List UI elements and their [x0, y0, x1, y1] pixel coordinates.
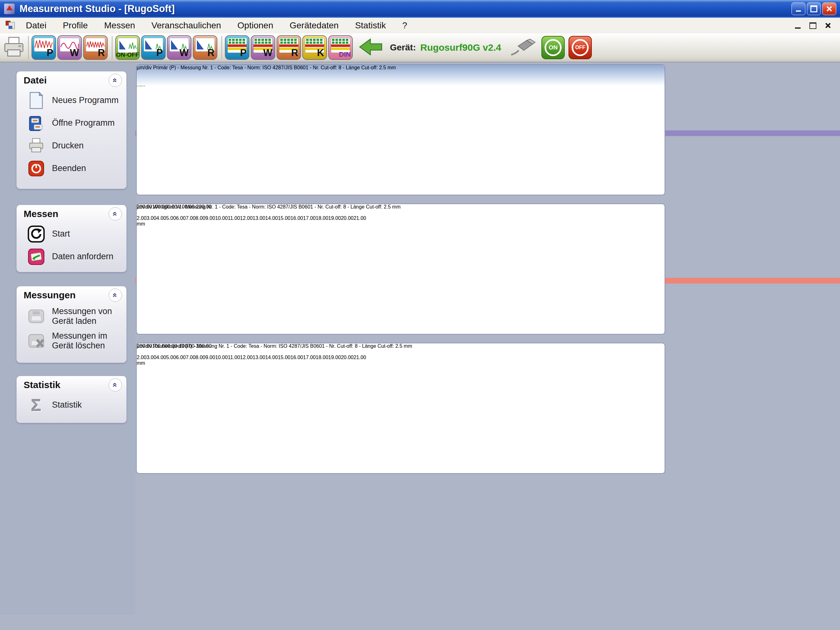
- collapse-chevron-icon[interactable]: «: [109, 289, 122, 302]
- chart-header: µm/div Welligkeit W - Messung Nr. 1 - Co…: [137, 204, 665, 225]
- distribution-w-button[interactable]: W: [167, 35, 191, 60]
- off-label: OFF: [572, 39, 589, 56]
- profile-p-button[interactable]: P: [32, 35, 56, 60]
- sidebar-section-messen: Messen« Start Daten anfordern: [16, 205, 126, 272]
- sidebar-item-messungen-loeschen[interactable]: Messungen im Gerät löschen: [17, 328, 126, 353]
- sidebar-item-daten-anfordern[interactable]: Daten anfordern: [17, 245, 126, 268]
- onoff-button[interactable]: ON-OFF: [115, 35, 140, 60]
- close-button[interactable]: [823, 3, 836, 15]
- button-letter: ON-OFF: [116, 51, 139, 58]
- title-bar[interactable]: Measurement Studio - [RugoSoft]: [0, 0, 840, 17]
- sidebar-item-start[interactable]: Start: [17, 223, 126, 245]
- app-icon: [4, 3, 15, 14]
- menu-help[interactable]: ?: [402, 21, 407, 30]
- button-letter: W: [263, 47, 272, 58]
- usb-connector-icon: [509, 36, 538, 58]
- mdi-restore-button[interactable]: [806, 19, 820, 32]
- chart-title: Welligkeit W - Messung Nr. 1 - Code: Tes…: [153, 204, 401, 210]
- sidebar-item-oeffne-programm[interactable]: Öffne Programm: [17, 112, 126, 134]
- y-axis-unit-label: µm/div: [137, 343, 152, 349]
- distribution-p-button[interactable]: P: [141, 35, 166, 60]
- chart-header: µm/div Rauheitsprofil (R) - Messung Nr. …: [137, 343, 665, 364]
- button-letter: W: [70, 47, 79, 58]
- chart-panel-primaer: µm/div Primär (P) - Messung Nr. 1 - Code…: [136, 64, 665, 195]
- table-w-button[interactable]: W: [251, 35, 275, 60]
- collapse-chevron-icon[interactable]: «: [109, 378, 122, 392]
- menu-geraetedaten[interactable]: Gerätedaten: [289, 21, 339, 30]
- sidebar-item-label: Drucken: [52, 141, 84, 151]
- mdi-document-icon: [6, 21, 15, 30]
- device-label: Gerät:: [390, 43, 416, 53]
- toolbar: P W R ON-OFF P W R P W R K DIN Gerät: Ru…: [0, 33, 840, 62]
- toolbar-separator: [112, 36, 112, 59]
- device-on-button[interactable]: ON: [542, 36, 565, 59]
- sidebar-item-label: Messungen von Gerät laden: [52, 306, 118, 326]
- y-axis-unit-label: µm/div: [137, 65, 152, 70]
- menu-veranschaulichen[interactable]: Veranschaulichen: [152, 21, 221, 30]
- collapse-chevron-icon[interactable]: «: [109, 74, 122, 87]
- toolbar-separator: [28, 36, 28, 59]
- profile-w-button[interactable]: W: [57, 35, 82, 60]
- sidebar-item-statistik[interactable]: Σ Statistik: [17, 394, 126, 417]
- section-title: Statistik: [24, 380, 60, 390]
- section-title: Messen: [24, 208, 58, 219]
- chart-panel-rauheitsprofil: µm/div Rauheitsprofil (R) - Messung Nr. …: [136, 343, 665, 474]
- sidebar-item-label: Beenden: [52, 164, 86, 173]
- sidebar-item-messungen-laden[interactable]: Messungen von Gerät laden: [17, 304, 126, 328]
- delete-measurements-icon: [27, 332, 45, 350]
- menu-profile[interactable]: Profile: [63, 21, 88, 30]
- menu-bar: Datei Profile Messen Veranschaulichen Op…: [0, 17, 840, 34]
- menu-messen[interactable]: Messen: [104, 21, 135, 30]
- table-k-button[interactable]: K: [302, 35, 327, 60]
- table-p-button[interactable]: P: [225, 35, 249, 60]
- sidebar-item-label: Daten anfordern: [52, 252, 114, 261]
- menu-optionen[interactable]: Optionen: [237, 21, 273, 30]
- profile-r-button[interactable]: R: [83, 35, 108, 60]
- device-name: Rugosurf90G v2.4: [420, 42, 501, 53]
- button-letter: P: [47, 47, 53, 58]
- open-program-icon: [27, 114, 45, 132]
- button-letter: P: [240, 47, 246, 58]
- sigma-icon: Σ: [27, 396, 45, 414]
- button-letter: R: [208, 47, 215, 58]
- mdi-close-button[interactable]: [821, 19, 835, 32]
- sidebar-section-messungen: Messungen« Messungen von Gerät laden Mes…: [16, 286, 126, 363]
- sidebar-item-label: Neues Programm: [52, 95, 119, 105]
- sidebar-item-label: Statistik: [52, 400, 82, 410]
- sidebar-item-label: Start: [52, 229, 70, 239]
- distribution-r-button[interactable]: R: [193, 35, 217, 60]
- table-din-button[interactable]: DIN: [328, 35, 353, 60]
- menu-datei[interactable]: Datei: [26, 21, 46, 30]
- application-window: Measurement Studio - [RugoSoft] Datei Pr…: [0, 0, 840, 630]
- chart-title: Rauheitsprofil (R) - Messung Nr. 1 - Cod…: [153, 343, 412, 349]
- toolbar-separator: [221, 36, 222, 59]
- mdi-minimize-button[interactable]: [791, 19, 805, 32]
- button-letter: W: [180, 47, 189, 58]
- menu-statistik[interactable]: Statistik: [355, 21, 386, 30]
- table-r-button[interactable]: R: [276, 35, 301, 60]
- chart-panel-welligkeit: µm/div Welligkeit W - Messung Nr. 1 - Co…: [136, 204, 665, 335]
- button-letter: K: [317, 47, 324, 58]
- button-letter: DIN: [339, 51, 351, 58]
- new-document-icon: [27, 92, 45, 109]
- start-refresh-icon: [27, 225, 45, 243]
- collapse-chevron-icon[interactable]: «: [109, 207, 122, 221]
- window-title: Measurement Studio - [RugoSoft]: [19, 3, 175, 14]
- sidebar-item-beenden[interactable]: Beenden: [17, 157, 126, 180]
- button-letter: R: [291, 47, 298, 58]
- sidebar-section-statistik: Statistik« Σ Statistik: [16, 376, 126, 423]
- y-axis-unit-label: µm/div: [137, 204, 152, 210]
- sidebar-item-drucken[interactable]: Drucken: [17, 134, 126, 157]
- restore-button[interactable]: [807, 3, 821, 15]
- sidebar-item-neues-programm[interactable]: Neues Programm: [17, 89, 126, 112]
- back-arrow-icon: [359, 37, 383, 58]
- device-off-button[interactable]: OFF: [568, 36, 592, 59]
- section-title: Datei: [24, 75, 47, 86]
- minimize-button[interactable]: [791, 3, 805, 15]
- chart-header: µm/div Primär (P) - Messung Nr. 1 - Code…: [137, 65, 665, 86]
- power-exit-icon: [27, 160, 45, 177]
- print-icon: [27, 137, 45, 155]
- print-icon[interactable]: [3, 35, 25, 60]
- sidebar-item-label: Öffne Programm: [52, 118, 115, 128]
- chart-title: Primär (P) - Messung Nr. 1 - Code: Tesa …: [153, 65, 396, 70]
